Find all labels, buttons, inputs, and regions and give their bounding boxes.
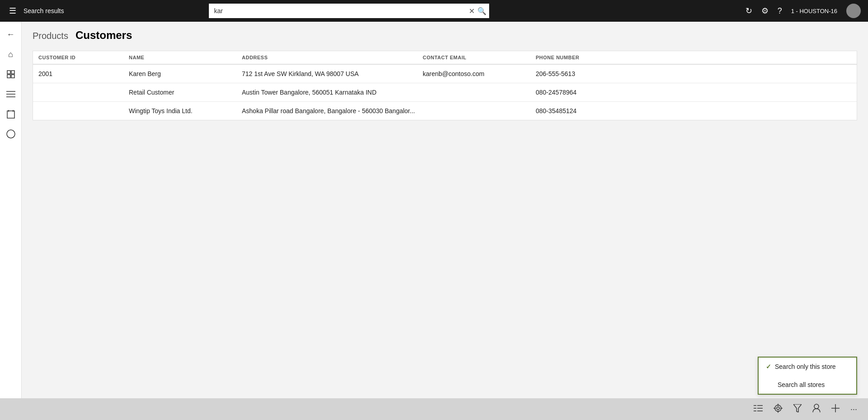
cell-phone: 080-24578964	[536, 89, 649, 96]
svg-rect-1	[11, 71, 14, 74]
col-customer-id: CUSTOMER ID	[38, 55, 129, 60]
sidebar-item-products[interactable]	[2, 65, 20, 83]
search-bar: ✕ 🔍	[209, 4, 489, 18]
search-submit-button[interactable]: 🔍	[475, 4, 489, 18]
user-icon[interactable]	[812, 404, 821, 415]
cell-address: 712 1st Ave SW Kirkland, WA 98007 USA	[242, 70, 423, 77]
col-phone: PHONE NUMBER	[536, 55, 649, 60]
hamburger-icon[interactable]: ☰	[7, 6, 18, 16]
settings-icon[interactable]: ⚙	[761, 6, 769, 16]
col-address: ADDRESS	[242, 55, 423, 60]
search-all-stores-label: Search all stores	[778, 381, 825, 388]
store-label: 1 - HOUSTON-16	[791, 8, 837, 14]
search-all-stores-option[interactable]: Search all stores	[759, 376, 856, 394]
svg-point-10	[7, 130, 15, 138]
table-row[interactable]: 2001 Karen Berg 712 1st Ave SW Kirkland,…	[33, 65, 857, 83]
svg-marker-23	[793, 404, 802, 412]
search-only-this-store-option[interactable]: ✓ Search only this store	[759, 358, 856, 376]
table-header: CUSTOMER ID NAME ADDRESS CONTACT EMAIL P…	[33, 51, 857, 65]
svg-rect-0	[7, 71, 10, 74]
tab-products[interactable]: Products	[33, 31, 68, 43]
more-icon[interactable]: ···	[850, 405, 857, 414]
tab-customers[interactable]: Customers	[75, 29, 132, 43]
svg-rect-2	[7, 75, 10, 78]
svg-rect-7	[7, 111, 14, 118]
sidebar-item-menu[interactable]	[2, 85, 20, 103]
search-clear-button[interactable]: ✕	[469, 7, 475, 15]
cell-phone: 080-35485124	[536, 107, 649, 115]
top-bar-right: ↻ ⚙ ? 1 - HOUSTON-16	[745, 4, 861, 18]
cell-address: Austin Tower Bangalore, 560051 Karnataka…	[242, 89, 423, 96]
search-scope-dropdown: ✓ Search only this store Search all stor…	[758, 357, 857, 395]
target-icon[interactable]	[774, 404, 783, 415]
cell-address: Ashoka Pillar road Bangalore, Bangalore …	[242, 107, 423, 115]
avatar[interactable]	[846, 4, 861, 18]
cell-customer-id: 2001	[38, 70, 129, 77]
svg-point-18	[777, 407, 779, 410]
tabs-row: Products Customers	[22, 22, 868, 43]
filter-icon[interactable]	[793, 404, 802, 415]
cell-email: karenb@contoso.com	[423, 70, 536, 77]
sidebar-item-home[interactable]: ⌂	[2, 45, 20, 63]
customers-table: CUSTOMER ID NAME ADDRESS CONTACT EMAIL P…	[33, 51, 857, 120]
svg-point-24	[814, 404, 819, 409]
top-bar: ☰ Search results ✕ 🔍 ↻ ⚙ ? 1 - HOUSTON-1…	[0, 0, 868, 22]
col-email: CONTACT EMAIL	[423, 55, 536, 60]
cell-name: Retail Customer	[129, 89, 242, 96]
main-content: Products Customers CUSTOMER ID NAME ADDR…	[22, 22, 868, 398]
add-icon[interactable]	[831, 404, 840, 415]
sidebar-item-misc[interactable]	[2, 125, 20, 143]
sidebar-item-back[interactable]: ←	[2, 25, 20, 43]
sidebar-item-orders[interactable]	[2, 105, 20, 123]
col-name: NAME	[129, 55, 242, 60]
help-icon[interactable]: ?	[778, 6, 782, 16]
search-only-this-store-label: Search only this store	[775, 363, 836, 370]
sidebar: ← ⌂	[0, 22, 22, 398]
table-row[interactable]: Wingtip Toys India Ltd. Ashoka Pillar ro…	[33, 102, 857, 120]
table-row[interactable]: Retail Customer Austin Tower Bangalore, …	[33, 83, 857, 102]
svg-rect-3	[11, 75, 14, 78]
search-input[interactable]	[209, 4, 489, 18]
refresh-icon[interactable]: ↻	[745, 6, 752, 16]
svg-point-17	[775, 405, 781, 411]
cell-name: Wingtip Toys India Ltd.	[129, 107, 242, 115]
cell-name: Karen Berg	[129, 70, 242, 77]
check-icon: ✓	[766, 363, 771, 370]
page-title: Search results	[24, 7, 78, 14]
bottom-toolbar: ···	[0, 398, 868, 420]
cell-phone: 206-555-5613	[536, 70, 649, 77]
list-view-icon[interactable]	[754, 405, 763, 414]
